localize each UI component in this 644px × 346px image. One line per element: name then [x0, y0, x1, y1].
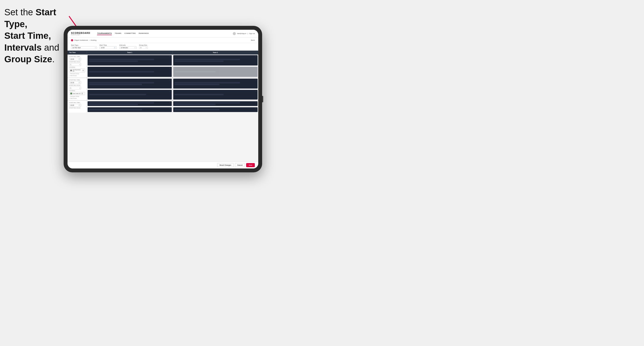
team-row-line [89, 94, 146, 95]
team1-content-3a [89, 102, 170, 105]
nav-tournaments[interactable]: TOURNAMENTS [97, 32, 112, 35]
start-time-group: Start Time 10:00 🕐 [100, 44, 117, 49]
team1-close-1b[interactable]: × ○ [169, 67, 171, 69]
team1-content-1a [89, 59, 170, 62]
intervals-select[interactable]: 10 Minutes ▾ [119, 46, 136, 49]
team1-content-2a [89, 82, 170, 85]
starting-time-label-2: STARTING TIME: [69, 79, 85, 81]
group-size-select[interactable]: 3 ▾ [139, 46, 148, 49]
team-row-line [174, 94, 224, 95]
team-row-line [89, 61, 138, 62]
team2-cell-3b: × ○ [173, 107, 258, 112]
hole-chevron-2: ▾ [80, 87, 80, 89]
team1-close-3b[interactable]: × ○ [169, 108, 171, 109]
breadcrumb-tournament[interactable]: Clippd Invitational [74, 39, 88, 41]
time-icon-2: 🕐 [78, 82, 80, 83]
team1-close-2a[interactable]: × ○ [169, 79, 171, 81]
starting-time-label-3: STARTING TIME: [69, 102, 85, 103]
group-size-value: 3 [140, 47, 141, 48]
team1-col-1: × ○ × ○ [87, 54, 172, 78]
course-label-1: COURSE: [69, 67, 85, 68]
th-team2: Team 2 [172, 51, 258, 54]
start-type-group: Start Type 1st Tee Start ▾ [71, 44, 97, 49]
starting-time-input-2[interactable]: 10:10 🕐 [69, 81, 81, 84]
team2-close-3a[interactable]: × ○ [255, 102, 257, 103]
tee-group-3: STARTING TIME: 10:20 🕐 STARTING HOLE: × … [68, 101, 258, 113]
team-row-line [89, 104, 138, 105]
th-tee-time: Tee Time [68, 51, 87, 54]
start-time-chevron: 🕐 [114, 47, 116, 48]
team2-cell-2a: × ○ [173, 79, 258, 89]
settings-row: Start Type 1st Tee Start ▾ Start Time 10… [68, 43, 258, 51]
team-row-line [174, 59, 240, 60]
team2-close-2a[interactable]: × ○ [255, 79, 257, 81]
team2-content-1a [174, 59, 256, 62]
remove-group-1[interactable]: ○ Remove Group [69, 73, 85, 74]
course-remove-2[interactable]: × [81, 93, 83, 94]
navbar: SCOREBOARD Powered by clipp.d TOURNAMENT… [68, 30, 258, 37]
breadcrumb-separator: › [89, 39, 90, 41]
team1-close-3a[interactable]: × ○ [169, 102, 171, 103]
team2-cell-2b: × ○ [173, 90, 258, 100]
team1-cell-2a: × ○ [88, 79, 172, 89]
starting-hole-input-2[interactable]: 1 ▾ [69, 87, 81, 89]
team-row-line [89, 109, 142, 110]
user-avatar [233, 32, 236, 35]
breadcrumb-bar: C Clippd Invitational › Hosting Back [68, 37, 258, 43]
time-icon-1: 🕐 [78, 58, 80, 60]
team1-close-1a[interactable]: × ○ [169, 56, 171, 57]
team2-cell-1b [173, 67, 258, 77]
course-tag-2[interactable]: East Lake GC × [69, 92, 85, 95]
remove-group-2[interactable]: ○ Remove Group [69, 96, 85, 97]
course-icon-2 [70, 93, 72, 94]
tee-group-2: STARTING TIME: 10:10 🕐 STARTING HOLE: 1 … [68, 78, 258, 101]
team2-close-2b[interactable]: × ○ [255, 90, 257, 92]
team2-content-3b [174, 109, 256, 110]
team2-close-3b[interactable]: × ○ [255, 108, 257, 109]
team2-col-3: × ○ × ○ [172, 101, 258, 113]
team2-close-1a[interactable]: × ○ [255, 56, 257, 57]
team2-col-2: × ○ × ○ [172, 78, 258, 100]
team2-cell-3a: × ○ [173, 101, 258, 106]
starting-hole-input-1[interactable]: 1 ▾ [69, 63, 81, 66]
intervals-label: Intervals [119, 44, 136, 46]
course-tag-1[interactable]: (A) Peachtree GC × [69, 68, 85, 72]
back-button[interactable]: Back [251, 39, 255, 41]
team2-content-2b [174, 94, 256, 95]
sign-out-link[interactable]: Sign out [249, 33, 255, 34]
start-time-select[interactable]: 10:00 🕐 [100, 46, 117, 49]
starting-time-input-1[interactable]: 10:00 🕐 [69, 58, 81, 61]
starting-hole-label-3: STARTING HOLE: [69, 107, 85, 109]
tee-groups-scroll[interactable]: STARTING TIME: 10:00 🕐 STARTING HOLE: 1 … [68, 54, 258, 162]
save-button[interactable]: Save [246, 163, 255, 167]
table-header: Tee Time Team 1 Team 2 [68, 51, 258, 54]
nav-rankings[interactable]: RANKINGS [139, 32, 149, 35]
separator: | [248, 33, 248, 34]
starting-time-input-3[interactable]: 10:20 🕐 [69, 104, 81, 107]
nav-right: blair@clipp.io | Sign out [233, 32, 255, 35]
nav-teams[interactable]: TEAMS [115, 32, 122, 35]
breadcrumb-icon: C [71, 39, 73, 41]
team2-content-1b [174, 71, 256, 72]
team2-content-3a [174, 102, 256, 105]
intervals-chevron: ▾ [135, 47, 135, 48]
group-size-group: Group Size 3 ▾ [139, 44, 148, 49]
cancel-button[interactable]: Cancel [235, 163, 245, 167]
tee-left-3: STARTING TIME: 10:20 🕐 STARTING HOLE: [68, 101, 87, 113]
add-group-2[interactable]: + Add Group [69, 98, 85, 99]
team-row-line [89, 84, 142, 85]
start-time-value: 10:00 [101, 47, 105, 48]
start-type-select[interactable]: 1st Tee Start ▾ [71, 46, 97, 49]
team1-close-2b[interactable]: × ○ [169, 90, 171, 92]
team1-cell-1a: × ○ [88, 55, 172, 65]
start-type-label: Start Type [71, 44, 97, 46]
nav-committee[interactable]: COMMITTEE [124, 32, 136, 35]
reset-changes-button[interactable]: Reset Changes [217, 163, 234, 167]
intervals-group: Intervals 10 Minutes ▾ [119, 44, 136, 49]
team-row-line [89, 102, 154, 103]
th-team1: Team 1 [87, 51, 172, 54]
course-remove-1[interactable]: × [82, 70, 84, 71]
add-group-1[interactable]: + Add Group [69, 75, 85, 76]
instruction-line1: Set the Start Type, [4, 7, 56, 29]
team1-content-1b [89, 71, 170, 72]
